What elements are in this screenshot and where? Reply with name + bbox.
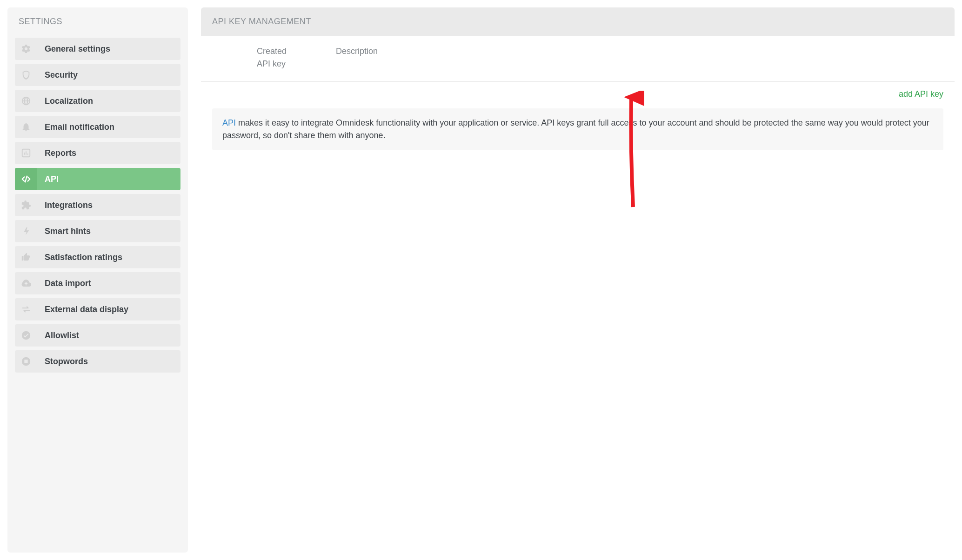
sidebar-item-security[interactable]: Security [15, 64, 180, 86]
sidebar-item-external[interactable]: External data display [15, 298, 180, 320]
sidebar-title: SETTINGS [7, 7, 188, 36]
api-info-card: API makes it easy to integrate Omnidesk … [212, 108, 943, 150]
column-header-description: Description [336, 45, 378, 70]
api-docs-link[interactable]: API [222, 118, 236, 127]
settings-sidebar: SETTINGS General settings Security Local… [7, 7, 188, 553]
thumbs-up-icon [15, 246, 37, 268]
sidebar-item-label: Security [37, 70, 78, 80]
sidebar-item-label: Integrations [37, 200, 93, 210]
sidebar-item-label: External data display [37, 305, 128, 314]
sidebar-items: General settings Security Localization E… [7, 36, 188, 373]
sidebar-item-label: Data import [37, 279, 91, 288]
column-header-created: Created API key [257, 45, 299, 70]
code-icon [15, 168, 37, 190]
sidebar-item-label: Localization [37, 96, 93, 106]
sidebar-item-label: Email notification [37, 122, 114, 132]
add-api-key-link[interactable]: add API key [899, 89, 943, 99]
cloud-upload-icon [15, 272, 37, 294]
sidebar-item-label: Reports [37, 148, 76, 158]
gears-icon [15, 38, 37, 60]
main-panel: API KEY MANAGEMENT Created API key Descr… [201, 7, 955, 553]
sidebar-item-satisfaction[interactable]: Satisfaction ratings [15, 246, 180, 268]
svg-line-1 [25, 176, 27, 182]
bar-chart-icon [15, 142, 37, 164]
sidebar-item-label: Allowlist [37, 331, 79, 340]
sidebar-item-stopwords[interactable]: Stopwords [15, 350, 180, 373]
globe-icon [15, 90, 37, 112]
bolt-icon [15, 220, 37, 242]
sidebar-item-label: Satisfaction ratings [37, 253, 122, 262]
action-row: add API key [201, 82, 955, 103]
stop-icon [15, 350, 37, 373]
sidebar-item-label: General settings [37, 44, 110, 54]
sidebar-item-data-import[interactable]: Data import [15, 272, 180, 294]
puzzle-icon [15, 194, 37, 216]
sidebar-item-localization[interactable]: Localization [15, 90, 180, 112]
bell-icon [15, 116, 37, 138]
panel-title: API KEY MANAGEMENT [201, 7, 955, 36]
sidebar-item-label: API [37, 174, 59, 184]
sidebar-item-email[interactable]: Email notification [15, 116, 180, 138]
sidebar-item-api[interactable]: API [15, 168, 180, 190]
sidebar-item-allowlist[interactable]: Allowlist [15, 324, 180, 347]
shield-icon [15, 64, 37, 86]
sidebar-item-general[interactable]: General settings [15, 38, 180, 60]
sidebar-item-label: Stopwords [37, 357, 88, 367]
sidebar-item-integrations[interactable]: Integrations [15, 194, 180, 216]
swap-icon [15, 298, 37, 320]
api-info-text: makes it easy to integrate Omnidesk func… [222, 118, 929, 140]
sidebar-item-label: Smart hints [37, 227, 91, 236]
sidebar-item-reports[interactable]: Reports [15, 142, 180, 164]
api-keys-table-header: Created API key Description [201, 36, 955, 82]
check-circle-icon [15, 324, 37, 347]
sidebar-item-smart-hints[interactable]: Smart hints [15, 220, 180, 242]
